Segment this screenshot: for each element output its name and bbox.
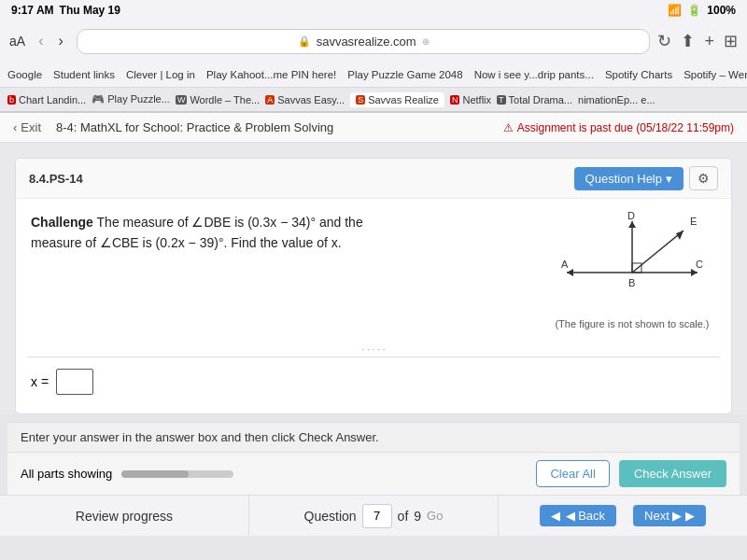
question-number-input[interactable] bbox=[362, 504, 392, 528]
geometry-diagram: D E A C B bbox=[557, 212, 707, 315]
header-right-actions: Question Help ▾ ⚙ bbox=[574, 166, 718, 190]
site-header: ‹ Exit 8-4: MathXL for School: Practice … bbox=[0, 113, 747, 143]
lock-icon: 🔒 bbox=[298, 35, 311, 48]
answer-input[interactable] bbox=[56, 369, 93, 395]
svg-marker-4 bbox=[628, 221, 636, 228]
status-bar: 9:17 AM Thu May 19 📶 🔋 100% bbox=[0, 0, 747, 21]
go-button[interactable]: Go bbox=[427, 509, 443, 523]
review-progress-label: Review progress bbox=[76, 509, 173, 524]
svg-marker-7 bbox=[676, 231, 684, 240]
breadcrumb: 8-4: MathXL for School: Practice & Probl… bbox=[56, 120, 333, 134]
bookmark-google[interactable]: Google bbox=[7, 69, 42, 80]
back-next-section: ◀ ◀ Back Next ▶ ▶ bbox=[499, 496, 747, 536]
settings-button[interactable]: ⚙ bbox=[689, 166, 718, 190]
problem-diagram: D E A C B (The figure is not shown to sc… bbox=[548, 212, 716, 329]
browser-toolbar: aA ‹ › 🔒 savvasrealize.com ⊕ ↻ ⬆ + ⊞ bbox=[0, 21, 747, 62]
new-tab-button[interactable]: + bbox=[704, 32, 714, 51]
problem-line1: The measure of ∠DBE is (0.3x − 34)° and … bbox=[97, 215, 363, 230]
svg-line-6 bbox=[632, 231, 684, 273]
nav-buttons: ‹ › bbox=[33, 31, 69, 51]
challenge-label: Challenge bbox=[31, 215, 93, 230]
next-button[interactable]: Next ▶ ▶ bbox=[633, 505, 706, 526]
font-size-label[interactable]: aA bbox=[9, 34, 25, 49]
address-bar[interactable]: 🔒 savvasrealize.com ⊕ bbox=[77, 29, 651, 54]
bookmark-drip[interactable]: Now i see y...drip pants... bbox=[474, 69, 594, 80]
diagram-caption: (The figure is not shown to scale.) bbox=[555, 318, 709, 329]
bookmark-student-links[interactable]: Student links bbox=[53, 69, 115, 80]
question-help-button[interactable]: Question Help ▾ bbox=[574, 167, 684, 190]
svg-marker-1 bbox=[691, 269, 698, 276]
action-buttons: Clear All Check Answer bbox=[536, 460, 726, 487]
all-parts-label: All parts showing bbox=[21, 467, 112, 481]
question-navigation: Question of 9 Go bbox=[304, 504, 444, 528]
tab-total-drama[interactable]: T Total Drama... bbox=[497, 94, 572, 105]
warning-icon: ⚠ bbox=[503, 121, 514, 134]
action-bar: All parts showing Clear All Check Answer bbox=[7, 452, 740, 495]
dropdown-arrow-icon: ▾ bbox=[666, 172, 672, 186]
exit-button[interactable]: ‹ Exit bbox=[13, 120, 41, 134]
tab-bar: b Chart Landin... 🎮 Play Puzzle... W Wor… bbox=[0, 88, 747, 112]
of-label: of bbox=[398, 509, 409, 524]
bookmark-puzzle[interactable]: Play Puzzle Game 2048 bbox=[347, 69, 462, 80]
review-progress-section[interactable]: Review progress bbox=[0, 496, 249, 536]
next-arrow-icon: ▶ bbox=[685, 509, 695, 523]
tab-savvas-easy[interactable]: A Savvas Easy... bbox=[265, 94, 345, 105]
problem-text: Challenge The measure of ∠DBE is (0.3x −… bbox=[31, 212, 529, 329]
tab-chart[interactable]: b Chart Landin... bbox=[7, 94, 86, 105]
problem-content: Challenge The measure of ∠DBE is (0.3x −… bbox=[16, 199, 731, 343]
main-container: 8.4.PS-14 Question Help ▾ ⚙ Challenge Th… bbox=[0, 143, 747, 414]
instruction-text: Enter your answer in the answer box and … bbox=[21, 430, 379, 444]
answer-row: x = bbox=[31, 369, 716, 395]
url-display: savvasrealize.com bbox=[317, 35, 416, 49]
svg-marker-2 bbox=[567, 269, 573, 276]
tab-animation[interactable]: nimationEp... e... bbox=[578, 94, 655, 105]
battery-icon: 🔋 bbox=[687, 4, 701, 17]
forward-nav-button[interactable]: › bbox=[52, 31, 68, 51]
tab-savvas-realize[interactable]: S Savvas Realize bbox=[350, 92, 444, 107]
past-due-notice: ⚠ Assignment is past due (05/18/22 11:59… bbox=[503, 121, 734, 134]
answer-label: x = bbox=[31, 374, 49, 389]
tab-wordle[interactable]: W Wordle – The... bbox=[176, 94, 260, 105]
check-answer-button[interactable]: Check Answer bbox=[619, 460, 726, 487]
back-button[interactable]: ◀ ◀ Back bbox=[540, 505, 617, 526]
wifi-icon: 📶 bbox=[668, 4, 682, 17]
apps-button[interactable]: ⊞ bbox=[724, 31, 738, 51]
bookmark-clever[interactable]: Clever | Log in bbox=[126, 69, 195, 80]
gear-icon: ⚙ bbox=[698, 171, 710, 186]
share-button[interactable]: ⬆ bbox=[681, 31, 695, 51]
bookmark-spotify-charts[interactable]: Spotify Charts bbox=[605, 69, 672, 80]
divider-dots: · · · · · bbox=[16, 344, 731, 355]
bookmark-spotify-user[interactable]: Spotify – Wendywhaleym bbox=[684, 69, 747, 80]
question-label: Question bbox=[304, 509, 357, 524]
instruction-bar: Enter your answer in the answer box and … bbox=[7, 422, 740, 452]
bookmarks-bar: Google Student links Clever | Log in Pla… bbox=[0, 62, 747, 88]
day: Thu May 19 bbox=[60, 4, 120, 17]
secure-icon: ⊕ bbox=[422, 36, 430, 47]
toolbar-actions: ↻ ⬆ + ⊞ bbox=[657, 31, 738, 51]
battery-level: 100% bbox=[707, 4, 736, 17]
tab-puzzle[interactable]: 🎮 Play Puzzle... bbox=[92, 93, 170, 105]
svg-text:A: A bbox=[561, 259, 569, 270]
clear-all-button[interactable]: Clear All bbox=[536, 460, 609, 487]
time: 9:17 AM bbox=[11, 4, 54, 17]
question-nav-section: Question of 9 Go bbox=[249, 496, 499, 536]
svg-text:E: E bbox=[690, 216, 697, 227]
total-questions: 9 bbox=[414, 509, 421, 524]
progress-fill bbox=[121, 470, 189, 478]
browser-chrome: aA ‹ › 🔒 savvasrealize.com ⊕ ↻ ⬆ + ⊞ Goo… bbox=[0, 21, 747, 113]
bookmark-kahoot[interactable]: Play Kahoot...me PIN here! bbox=[206, 69, 336, 80]
svg-text:D: D bbox=[627, 212, 635, 221]
all-parts-section: All parts showing bbox=[21, 467, 233, 481]
svg-text:C: C bbox=[696, 259, 703, 270]
svg-text:B: B bbox=[628, 277, 635, 288]
reload-button[interactable]: ↻ bbox=[657, 31, 671, 51]
problem-line2: measure of ∠CBE is (0.2x − 39)°. Find th… bbox=[31, 232, 529, 253]
progress-bar bbox=[121, 470, 233, 478]
tab-netflix[interactable]: N Netflix bbox=[450, 94, 491, 105]
bottom-nav: Review progress Question of 9 Go ◀ ◀ Bac… bbox=[0, 495, 747, 536]
question-card: 8.4.PS-14 Question Help ▾ ⚙ Challenge Th… bbox=[15, 158, 732, 414]
back-arrow-icon: ◀ bbox=[551, 509, 560, 523]
question-header: 8.4.PS-14 Question Help ▾ ⚙ bbox=[16, 159, 731, 199]
back-nav-button[interactable]: ‹ bbox=[33, 31, 49, 51]
question-id: 8.4.PS-14 bbox=[29, 172, 83, 186]
